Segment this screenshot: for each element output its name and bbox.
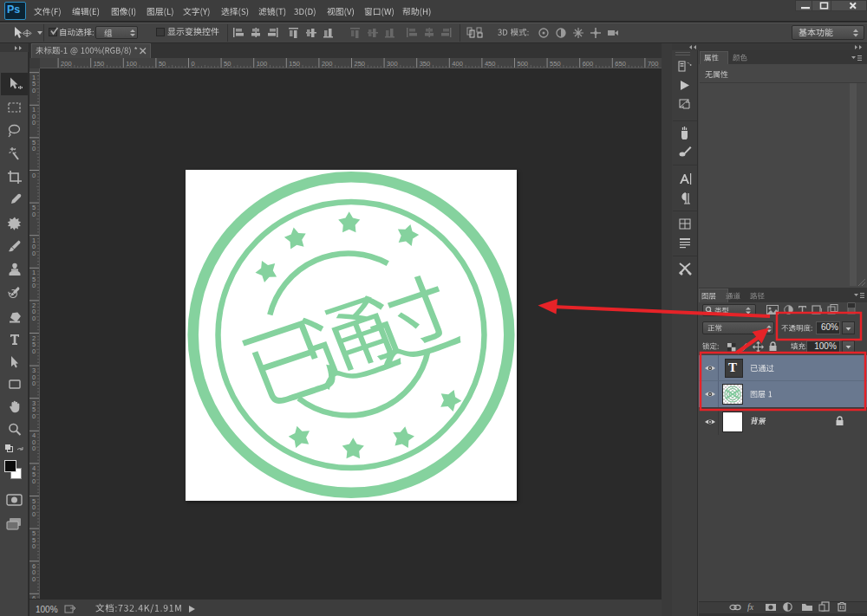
svg-text:300: 300 — [387, 60, 398, 68]
svg-text:0: 0 — [32, 87, 36, 94]
svg-text:0: 0 — [32, 575, 36, 583]
svg-text:350: 350 — [420, 60, 431, 68]
svg-text:0: 0 — [32, 542, 36, 550]
svg-text:0: 0 — [32, 444, 36, 452]
svg-text:600: 600 — [583, 60, 594, 68]
svg-text:0: 0 — [32, 347, 36, 355]
svg-text:150: 150 — [94, 60, 105, 68]
svg-text:100: 100 — [257, 60, 268, 68]
svg-text:0: 0 — [32, 314, 36, 322]
svg-text:500: 500 — [518, 60, 529, 68]
svg-text:200: 200 — [61, 60, 72, 68]
svg-text:0: 0 — [32, 172, 36, 179]
svg-text:450: 450 — [485, 60, 496, 68]
svg-text:0: 0 — [32, 119, 36, 126]
svg-text:0: 0 — [32, 145, 36, 152]
svg-text:400: 400 — [452, 60, 463, 68]
svg-text:0: 0 — [32, 282, 36, 289]
svg-text:250: 250 — [355, 60, 366, 68]
svg-text:650: 650 — [615, 60, 626, 68]
svg-text:550: 550 — [550, 60, 561, 68]
svg-text:0: 0 — [32, 510, 36, 518]
svg-text:0: 0 — [32, 477, 36, 485]
svg-text:0: 0 — [32, 250, 36, 257]
svg-text:0: 0 — [32, 379, 36, 387]
svg-text:0: 0 — [32, 412, 36, 420]
svg-text:700: 700 — [648, 60, 659, 68]
svg-text:0: 0 — [32, 211, 36, 218]
svg-text:200: 200 — [322, 60, 333, 68]
svg-text:100: 100 — [126, 60, 137, 68]
svg-text:150: 150 — [289, 60, 300, 68]
